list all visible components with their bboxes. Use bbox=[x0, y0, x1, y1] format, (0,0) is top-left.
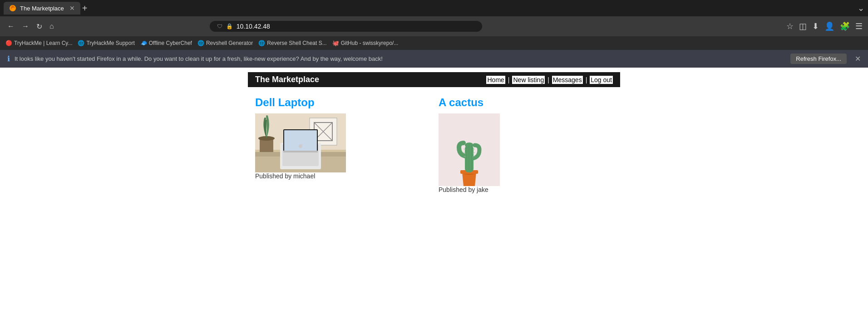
listing-item-cactus: A cactus bbox=[439, 96, 613, 193]
notification-bar: ℹ It looks like you haven't started Fire… bbox=[0, 50, 868, 68]
reverse-cheat-icon: 🌐 bbox=[258, 40, 265, 46]
shield-icon: 🛡 bbox=[217, 23, 222, 29]
support-icon: 🌐 bbox=[78, 40, 84, 46]
dell-laptop-image bbox=[255, 113, 346, 172]
extensions-icon[interactable]: 🧩 bbox=[840, 21, 850, 31]
bookmark-tryhackme-support[interactable]: 🌐 TryHackMe Support bbox=[78, 40, 134, 46]
nav-messages-link[interactable]: Messages bbox=[552, 76, 583, 84]
tryhackme-icon: 🔴 bbox=[5, 40, 12, 46]
notification-close-btn[interactable]: ✕ bbox=[855, 54, 861, 63]
active-tab[interactable]: The Marketplace ✕ bbox=[4, 2, 80, 15]
nav-sep-1: | bbox=[508, 76, 510, 83]
avatar-icon[interactable]: 👤 bbox=[824, 21, 834, 31]
notification-text: It looks like you haven't started Firefo… bbox=[15, 55, 786, 62]
nav-sep-3: | bbox=[586, 76, 587, 83]
svg-rect-15 bbox=[283, 151, 318, 152]
bookmark-revshell[interactable]: 🌐 Revshell Generator bbox=[197, 40, 253, 46]
cactus-image bbox=[439, 113, 500, 186]
cactus-publisher: Published by jake bbox=[439, 186, 613, 193]
listing-title-dell-laptop[interactable]: Dell Laptop bbox=[255, 96, 429, 109]
new-tab-btn[interactable]: + bbox=[82, 3, 88, 14]
dell-laptop-publisher: Published by michael bbox=[255, 172, 429, 180]
nav-home-link[interactable]: Home bbox=[486, 76, 505, 84]
address-bar[interactable]: 🛡 🔒 10.10.42.48 bbox=[210, 21, 482, 32]
bookmark-tryhackme[interactable]: 🔴 TryHackMe | Learn Cy... bbox=[5, 40, 72, 46]
marketplace-nav: Home | New listing | Messages | Log out bbox=[486, 76, 613, 84]
title-bar: The Marketplace ✕ + ⌄ bbox=[0, 0, 868, 16]
download-icon[interactable]: ⬇ bbox=[812, 21, 819, 31]
bookmark-label: Offline CyberChef bbox=[149, 40, 192, 46]
bookmark-label: Reverse Shell Cheat S... bbox=[267, 40, 326, 46]
tab-title: The Marketplace bbox=[20, 5, 64, 12]
nav-sep-2: | bbox=[547, 76, 549, 83]
marketplace-header: The Marketplace Home | New listing | Mes… bbox=[248, 72, 620, 87]
page-content: The Marketplace Home | New listing | Mes… bbox=[0, 72, 868, 299]
back-btn[interactable]: ← bbox=[5, 20, 16, 32]
pocket-icon[interactable]: ◫ bbox=[799, 21, 807, 31]
nav-right-icons: ☆ ◫ ⬇ 👤 🧩 ☰ bbox=[786, 21, 863, 31]
svg-rect-7 bbox=[260, 138, 273, 154]
bookmark-label: Revshell Generator bbox=[206, 40, 253, 46]
bookmark-reverse-cheat[interactable]: 🌐 Reverse Shell Cheat S... bbox=[258, 40, 326, 46]
url-text: 10.10.42.48 bbox=[237, 23, 475, 30]
lock-icon: 🔒 bbox=[226, 23, 233, 29]
forward-btn[interactable]: → bbox=[20, 20, 31, 32]
home-btn[interactable]: ⌂ bbox=[48, 20, 56, 32]
github-icon: 🐙 bbox=[332, 40, 339, 46]
revshell-icon: 🌐 bbox=[197, 40, 204, 46]
nav-new-listing-link[interactable]: New listing bbox=[512, 76, 545, 84]
bookmarks-bar: 🔴 TryHackMe | Learn Cy... 🌐 TryHackMe Su… bbox=[0, 36, 868, 50]
nav-bar: ← → ↻ ⌂ 🛡 🔒 10.10.42.48 ☆ ◫ ⬇ 👤 🧩 ☰ bbox=[0, 16, 868, 36]
refresh-nav-btn[interactable]: ↻ bbox=[35, 20, 44, 33]
bookmark-label: TryHackMe | Learn Cy... bbox=[14, 40, 72, 46]
bookmark-label: GitHub - swisskyrepo/... bbox=[341, 40, 399, 46]
tab-bar: The Marketplace ✕ + bbox=[4, 2, 858, 15]
listing-item-dell-laptop: Dell Laptop bbox=[255, 96, 429, 193]
tab-close-btn[interactable]: ✕ bbox=[69, 5, 75, 12]
cyberchef-icon: 🧢 bbox=[140, 40, 147, 46]
window-controls: ⌄ bbox=[858, 3, 864, 13]
menu-icon[interactable]: ☰ bbox=[855, 21, 863, 31]
bookmark-label: TryHackMe Support bbox=[86, 40, 134, 46]
listings-container: Dell Laptop bbox=[248, 92, 620, 198]
listing-title-cactus[interactable]: A cactus bbox=[439, 96, 613, 109]
svg-rect-14 bbox=[284, 130, 317, 151]
marketplace-site-title: The Marketplace bbox=[255, 75, 319, 84]
bookmark-github[interactable]: 🐙 GitHub - swisskyrepo/... bbox=[332, 40, 399, 46]
svg-point-16 bbox=[299, 144, 302, 148]
refresh-firefox-btn[interactable]: Refresh Firefox... bbox=[790, 54, 847, 64]
nav-logout-link[interactable]: Log out bbox=[590, 76, 613, 84]
star-icon[interactable]: ☆ bbox=[786, 21, 794, 31]
browser-chrome: The Marketplace ✕ + ⌄ ← → ↻ ⌂ 🛡 🔒 10.10.… bbox=[0, 0, 868, 68]
firefox-icon bbox=[9, 5, 16, 12]
bookmark-cyberchef[interactable]: 🧢 Offline CyberChef bbox=[140, 40, 192, 46]
info-icon: ℹ bbox=[7, 54, 10, 63]
